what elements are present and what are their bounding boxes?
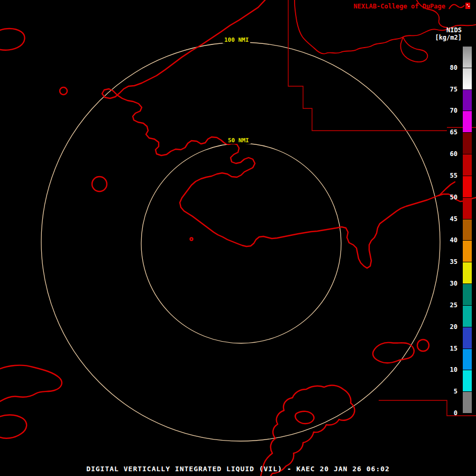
colorbar-tick-label: 65 xyxy=(429,129,457,136)
colorbar-tick-label: 80 xyxy=(429,64,457,72)
landmass-bottom xyxy=(260,386,354,476)
range-ring-label-50nmi: 50 NMI xyxy=(226,137,251,144)
colorbar-segment xyxy=(463,133,472,154)
product-caption: DIGITAL VERTICALLY INTEGRATED LIQUID (VI… xyxy=(0,465,476,473)
colorbar-tick-label: 45 xyxy=(429,215,457,223)
colorbar-tick-label: 50 xyxy=(429,194,457,202)
colorbar-segment xyxy=(463,111,472,132)
island-right xyxy=(373,343,414,363)
colorbar-segment xyxy=(463,219,472,241)
colorbar-tick-label: 75 xyxy=(429,86,457,94)
colorbar-tick-label: 20 xyxy=(429,323,457,331)
range-rings xyxy=(41,42,440,441)
colorbar-tick-label: 70 xyxy=(429,107,457,115)
colorbar-tick-label: 35 xyxy=(429,258,457,266)
coastline-main xyxy=(102,0,476,268)
colorbar-segment xyxy=(463,198,472,219)
island-round-left xyxy=(92,177,107,191)
range-ring-label-100nmi: 100 NMI xyxy=(223,36,250,43)
range-ring-100nmi xyxy=(41,42,440,441)
lagoon-bottom xyxy=(295,411,314,424)
colorbar-tick-label: 55 xyxy=(429,172,457,180)
island-small-icon xyxy=(60,87,67,95)
colorbar-segment xyxy=(463,370,472,391)
colorbar-segment xyxy=(463,176,472,197)
colorbar-segment xyxy=(463,90,472,111)
radar-map xyxy=(0,0,476,476)
brand-text: NEXLAB-College of DuPage xyxy=(354,3,445,10)
colorbar-tick-label: 0 xyxy=(429,409,457,417)
island-bottomleft-1 xyxy=(0,365,62,402)
coast-dot xyxy=(190,238,193,241)
colorbar-segment xyxy=(463,306,472,327)
colorbar-segment xyxy=(463,284,472,305)
colorbar-title: NIDS xyxy=(435,26,462,34)
colorbar-tick-label: 30 xyxy=(429,280,457,288)
colorbar-tick-label: 15 xyxy=(429,345,457,353)
boundary-bottom-right xyxy=(379,400,476,416)
range-ring-50nmi xyxy=(141,143,341,343)
colorbar-tick-label: 10 xyxy=(429,366,457,374)
colorbar-tick-label: 60 xyxy=(429,150,457,158)
colorbar-segment xyxy=(463,154,472,176)
colorbar-segment xyxy=(463,241,472,262)
colorbar-segment xyxy=(463,47,472,68)
colorbar-segment xyxy=(463,349,472,370)
colorbar xyxy=(463,47,472,414)
boundary-staircase-top xyxy=(288,0,447,131)
colorbar-tick-label: 40 xyxy=(429,236,457,244)
island-topleft xyxy=(0,29,25,50)
colorbar-tick-label: 25 xyxy=(429,301,457,309)
colorbar-header: NIDS [kg/m2] xyxy=(435,26,462,41)
island-bottomleft-2 xyxy=(0,415,26,438)
colorbar-segment xyxy=(463,327,472,349)
colorbar-units: [kg/m2] xyxy=(435,34,462,41)
coastlines xyxy=(0,0,476,476)
colorbar-tick-label: 5 xyxy=(429,388,457,396)
colorbar-segment xyxy=(463,392,472,413)
river-blob xyxy=(401,37,428,62)
cod-logo-icon xyxy=(447,1,472,11)
colorbar-ticks: 80757065605550454035302520151050 xyxy=(432,47,460,414)
colorbar-segment xyxy=(463,262,472,283)
colorbar-segment xyxy=(463,68,472,89)
island-round-right xyxy=(417,340,429,351)
